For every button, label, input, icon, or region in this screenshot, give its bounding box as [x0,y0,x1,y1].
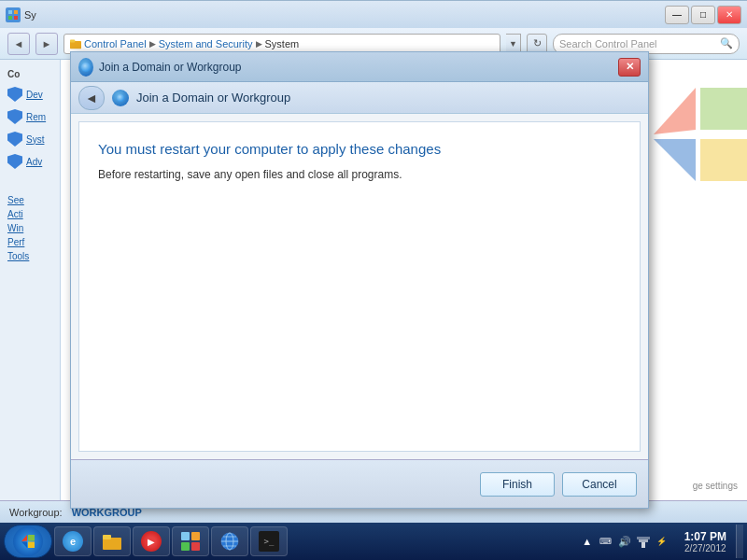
devices-icon [7,87,22,102]
svg-rect-0 [8,10,12,14]
clock-time: 1:07 PM [684,530,726,543]
svg-rect-19 [637,537,650,539]
cancel-button[interactable]: Cancel [562,472,637,497]
taskbar-folder[interactable] [93,526,131,556]
sidebar-perf[interactable]: Perf [7,237,52,247]
dialog-nav: ◄ Join a Domain or Workgroup [71,82,648,114]
start-button-inner [13,526,43,556]
dialog-title-icon [78,60,93,75]
media-player-icon: ▶ [140,530,162,553]
svg-rect-10 [181,542,190,551]
dialog-back-button[interactable]: ◄ [78,86,105,110]
nav-join-icon [112,90,129,106]
cp-titlebar-icon [6,7,21,22]
breadcrumb-sep-2: ▶ [256,39,262,49]
control-panel-icon [179,530,202,553]
svg-rect-5 [70,39,75,42]
network-icon [218,530,241,553]
tray-volume-icon[interactable]: 🔊 [617,534,632,549]
advanced-icon [7,154,22,169]
clock-date: 2/27/2012 [684,543,726,553]
sidebar-acti[interactable]: Acti [7,209,52,219]
tray-network-icon[interactable] [636,534,651,549]
restart-subtext: Before restarting, save any open files a… [98,168,621,181]
windows-flag-icon [19,532,37,551]
show-desktop-button[interactable] [736,525,743,558]
svg-rect-18 [639,539,648,542]
dialog-footer: Finish Cancel [71,459,648,508]
taskbar: e ▶ [0,523,747,560]
dialog-close-button[interactable]: ✕ [618,58,641,77]
windows-logo-decoration [644,78,747,190]
cp-sidebar: Co Dev Rem Syst Adv See Acti Win Per [0,60,61,500]
svg-rect-7 [103,535,111,539]
dialog-nav-title: Join a Domain or Workgroup [136,91,290,105]
svg-rect-9 [191,532,200,540]
taskbar-ie[interactable]: e [54,526,92,556]
join-domain-dialog: Join a Domain or Workgroup ✕ ◄ Join a Do… [70,51,649,509]
taskbar-network[interactable] [211,526,248,556]
svg-rect-17 [641,542,645,548]
start-button[interactable] [4,525,52,558]
search-icon[interactable]: 🔍 [720,37,733,49]
back-button[interactable]: ◄ [7,33,30,55]
dialog-body: You must restart your computer to apply … [78,121,641,452]
svg-rect-8 [181,532,190,540]
dialog-title-text: Join a Domain or Workgroup [99,61,613,74]
cp-minimize-btn[interactable]: — [665,6,689,24]
restart-message: You must restart your computer to apply … [98,141,621,157]
taskbar-items: e ▶ [54,526,572,556]
svg-rect-1 [14,10,18,14]
sidebar-label-devices[interactable]: Dev [26,90,43,100]
svg-rect-2 [8,16,12,20]
finish-button[interactable]: Finish [480,472,555,497]
sidebar-item-devices[interactable]: Dev [7,87,52,102]
svg-rect-3 [14,16,18,20]
breadcrumb-folder-icon [70,38,81,49]
clock[interactable]: 1:07 PM 2/27/2012 [677,530,734,553]
sidebar-label-advanced[interactable]: Adv [26,157,42,167]
breadcrumb-control-panel[interactable]: Control Panel [84,38,147,49]
breadcrumb-system: System [265,38,300,49]
tray-keyboard-icon[interactable]: ⌨ [599,534,613,549]
tray-arrow-icon[interactable]: ▲ [580,534,595,549]
forward-button[interactable]: ► [35,33,58,55]
taskbar-cp[interactable] [172,526,209,556]
join-domain-icon [78,58,93,77]
folder-icon [101,530,123,553]
cp-close-btn[interactable]: ✕ [717,6,741,24]
taskbar-cmd[interactable]: >_ [250,526,288,556]
breadcrumb-system-security[interactable]: System and Security [159,38,253,49]
svg-rect-11 [191,542,200,551]
dialog-nav-icon [110,88,131,108]
sidebar-item-remote[interactable]: Rem [7,109,52,124]
sidebar-item-advanced[interactable]: Adv [7,154,52,169]
workgroup-label: Workgroup: [9,507,63,518]
cmd-icon: >_ [258,530,280,553]
taskbar-media[interactable]: ▶ [133,526,170,556]
ie-icon: e [62,530,84,553]
breadcrumb-sep-1: ▶ [149,39,156,49]
tray-power-icon[interactable]: ⚡ [655,534,669,549]
sidebar-win[interactable]: Win [7,223,52,233]
sidebar-title: Co [7,69,52,79]
sidebar-see[interactable]: See [7,195,52,205]
sidebar-item-system[interactable]: Syst [7,132,52,147]
sidebar-tools[interactable]: Tools [7,251,52,261]
sidebar-footer: See Acti Win Perf Tools [7,195,52,261]
cp-titlebar: Sy — □ ✕ [0,0,747,28]
system-icon [7,132,22,147]
search-placeholder: Search Control Panel [559,38,716,49]
cp-titlebar-buttons: — □ ✕ [665,6,741,24]
cp-title-text: Sy [24,9,661,21]
sidebar-label-remote[interactable]: Rem [26,112,46,122]
remote-icon [7,109,22,124]
system-tray: ▲ ⌨ 🔊 ⚡ [574,534,675,549]
sidebar-label-system[interactable]: Syst [26,134,44,145]
dialog-titlebar: Join a Domain or Workgroup ✕ [71,52,648,82]
settings-link[interactable]: ge settings [693,481,738,491]
cp-maximize-btn[interactable]: □ [691,6,715,24]
